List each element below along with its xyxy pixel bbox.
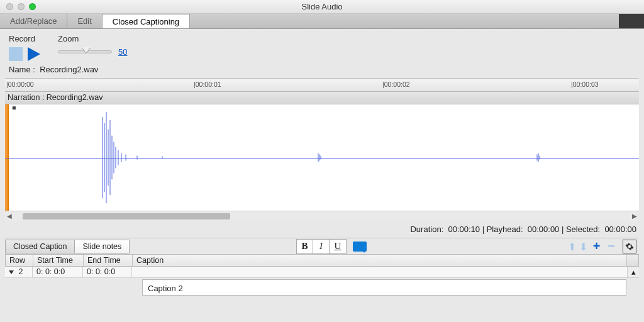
selected-value: 00:00:00 [604,225,636,234]
name-label: Name : [9,65,35,74]
duration-label: Duration: [410,225,443,234]
gear-icon [625,242,634,251]
tab-edit[interactable]: Edit [67,14,102,28]
ruler-tick: |00:00:02 [382,80,410,88]
move-up-button[interactable]: ⬆ [567,241,578,252]
move-down-button[interactable]: ⬇ [578,241,589,252]
zoom-slider[interactable] [58,50,112,53]
scroll-thumb[interactable] [23,213,230,219]
col-scroll-spacer [627,255,638,266]
playhead-value: 00:00:00 [528,225,560,234]
caption-text-input[interactable]: Caption 2 [142,279,626,296]
remove-caption-button[interactable]: − [604,239,619,253]
selected-label: Selected: [566,225,600,234]
vscroll-up-icon[interactable]: ▴ [628,267,639,277]
duration-value: 00:00:10 [448,225,480,234]
waveform-hscrollbar[interactable]: ◀ ▶ [5,211,639,221]
start-time-cell[interactable]: 0: 0: 0:0 [33,267,83,277]
zoom-value[interactable]: 50 [118,47,127,57]
narration-track-header: Narration : Recording2.wav [5,92,639,104]
window-titlebar: Slide Audio [0,0,644,14]
subtab-closed-caption[interactable]: Closed Caption [5,240,75,253]
waveform-svg [5,104,639,211]
col-caption[interactable]: Caption [133,255,627,266]
tabs-overflow [619,14,644,28]
record-group: Record [9,34,40,61]
tab-add-replace[interactable]: Add/Replace [0,14,67,28]
record-button[interactable] [9,47,23,61]
name-value: Recording2.wav [40,65,98,74]
row-number: 2 [18,267,23,276]
chevron-down-icon[interactable] [9,270,14,274]
row-cell[interactable]: 2 [5,267,33,277]
record-label: Record [9,34,40,43]
end-time-cell[interactable]: 0: 0: 0:0 [83,267,132,277]
subtab-slide-notes[interactable]: Slide notes [75,240,130,253]
underline-button[interactable]: U [330,240,346,253]
caption-table-header: Row Start Time End Time Caption [5,254,639,267]
scroll-right-icon[interactable]: ▶ [630,212,639,221]
ruler-tick: |00:00:03 [571,80,599,88]
status-bar: Duration: 00:00:10 | Playhead: 00:00:00 … [0,221,644,238]
time-ruler[interactable]: |00:00:00 |00:00:01 |00:00:02 |00:00:03 [5,78,639,92]
zoom-label: Zoom [58,34,127,43]
ruler-tick: |00:00:01 [194,80,221,88]
audio-toolbar: Record Zoom 50 [0,29,644,64]
bold-button[interactable]: B [297,240,313,253]
caption-cell[interactable] [132,267,628,277]
italic-button[interactable]: I [313,240,330,253]
col-end-time[interactable]: End Time [84,255,133,266]
format-buttons: B I U [296,239,347,254]
scroll-left-icon[interactable]: ◀ [5,212,14,221]
play-button[interactable] [28,47,40,61]
add-caption-button[interactable]: + [589,239,604,253]
main-tabs: Add/Replace Edit Closed Captioning [0,14,644,29]
playhead-label: Playhead: [487,225,523,234]
caption-toolbar: Closed Caption Slide notes B I U ⬆ ⬇ + − [5,238,639,254]
table-row[interactable]: 2 0: 0: 0:0 0: 0: 0:0 ▴ [5,267,639,278]
waveform-display[interactable]: ◾ [5,104,639,211]
ruler-tick: |00:00:00 [6,80,34,88]
col-start-time[interactable]: Start Time [33,255,84,266]
col-row[interactable]: Row [6,255,33,266]
settings-button[interactable] [623,240,636,253]
display-options-button[interactable] [353,242,367,252]
tab-closed-captioning[interactable]: Closed Captioning [103,14,190,28]
zoom-group: Zoom 50 [58,34,127,61]
audio-name-row: Name : Recording2.wav [0,64,644,78]
window-title: Slide Audio [0,2,644,11]
caption-editor-area: Caption 2 [142,279,626,296]
scroll-track[interactable] [14,213,630,220]
zoom-slider-thumb[interactable] [82,47,91,53]
